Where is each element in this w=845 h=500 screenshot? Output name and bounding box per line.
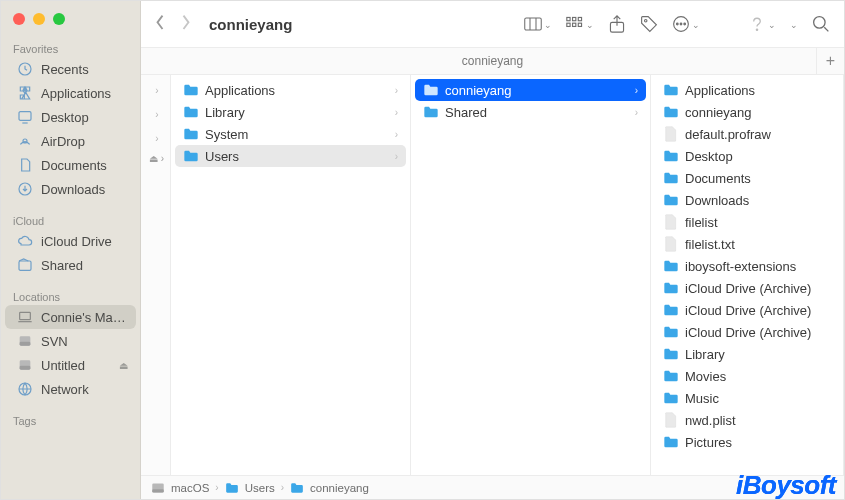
close-window-button[interactable] xyxy=(13,13,25,25)
svg-rect-17 xyxy=(578,23,581,26)
file-row[interactable]: iCloud Drive (Archive) xyxy=(655,299,839,321)
sidebar-item-network[interactable]: Network xyxy=(5,377,136,401)
file-row[interactable]: default.profraw xyxy=(655,123,839,145)
file-label: Pictures xyxy=(685,435,732,450)
svg-point-22 xyxy=(680,23,682,25)
svg-rect-27 xyxy=(152,489,163,492)
path-segment[interactable]: Users xyxy=(245,482,275,494)
view-mode-button[interactable]: ⌄ xyxy=(524,15,552,33)
file-row[interactable]: Applications xyxy=(655,79,839,101)
path-separator: › xyxy=(215,482,218,493)
svg-point-23 xyxy=(684,23,686,25)
file-row[interactable]: Library xyxy=(655,343,839,365)
sidebar-section-title: iCloud xyxy=(1,211,140,229)
tab-bar: connieyang + xyxy=(141,47,844,75)
file-row[interactable]: Pictures xyxy=(655,431,839,453)
group-by-button[interactable]: ⌄ xyxy=(566,15,594,33)
file-label: iCloud Drive (Archive) xyxy=(685,281,811,296)
recents-icon xyxy=(17,61,33,77)
file-icon xyxy=(663,214,679,230)
sidebar-item-downloads[interactable]: Downloads xyxy=(5,177,136,201)
file-row[interactable]: Applications› xyxy=(175,79,406,101)
actions-button[interactable]: ⌄ xyxy=(672,15,700,33)
sidebar-item-airdrop[interactable]: AirDrop xyxy=(5,129,136,153)
file-row[interactable]: connieyang› xyxy=(415,79,646,101)
file-row[interactable]: filelist xyxy=(655,211,839,233)
chevron-down-icon: ⌄ xyxy=(544,20,552,30)
file-row[interactable]: Music xyxy=(655,387,839,409)
file-label: connieyang xyxy=(685,105,752,120)
file-row[interactable]: Users› xyxy=(175,145,406,167)
sidebar-item-shared[interactable]: Shared xyxy=(5,253,136,277)
zoom-window-button[interactable] xyxy=(53,13,65,25)
folder-icon xyxy=(290,481,304,495)
folder-icon xyxy=(663,170,679,186)
column-3: Applicationsconnieyangdefault.profrawDes… xyxy=(651,75,844,475)
tab-title[interactable]: connieyang xyxy=(141,54,844,68)
sidebar-item-icloud-drive[interactable]: iCloud Drive xyxy=(5,229,136,253)
folder-icon xyxy=(663,368,679,384)
file-row[interactable]: connieyang xyxy=(655,101,839,123)
svg-rect-11 xyxy=(525,18,542,30)
file-row[interactable]: Shared› xyxy=(415,101,646,123)
sidebar-item-documents[interactable]: Documents xyxy=(5,153,136,177)
sidebar-section-title: Locations xyxy=(1,287,140,305)
svg-rect-15 xyxy=(567,23,570,26)
help-button[interactable]: ⌄ xyxy=(748,15,776,33)
file-label: Downloads xyxy=(685,193,749,208)
svg-rect-12 xyxy=(567,17,570,20)
file-label: Users xyxy=(205,149,239,164)
file-row[interactable]: Downloads xyxy=(655,189,839,211)
file-row[interactable]: iCloud Drive (Archive) xyxy=(655,277,839,299)
svg-point-25 xyxy=(814,17,825,28)
sidebar-section-title: Favorites xyxy=(1,39,140,57)
file-label: Library xyxy=(205,105,245,120)
chevron-right-icon[interactable]: › xyxy=(148,105,166,123)
sidebar-item-applications[interactable]: Applications xyxy=(5,81,136,105)
sidebar-item-untitled[interactable]: Untitled⏏ xyxy=(5,353,136,377)
folder-icon xyxy=(663,302,679,318)
eject-icon[interactable]: ⏏ xyxy=(119,360,128,371)
sidebar-item-desktop[interactable]: Desktop xyxy=(5,105,136,129)
sidebar-item-recents[interactable]: Recents xyxy=(5,57,136,81)
chevron-down-icon: ⌄ xyxy=(586,20,594,30)
folder-icon xyxy=(663,390,679,406)
folder-icon xyxy=(183,126,199,142)
sidebar-item-label: Untitled xyxy=(41,358,111,373)
folder-icon xyxy=(225,481,239,495)
file-row[interactable]: iCloud Drive (Archive) xyxy=(655,321,839,343)
file-row[interactable]: Documents xyxy=(655,167,839,189)
back-button[interactable] xyxy=(155,14,165,34)
chevron-down-button[interactable]: ⌄ xyxy=(790,19,798,29)
file-label: Desktop xyxy=(685,149,733,164)
path-segment[interactable]: macOS xyxy=(171,482,209,494)
minimize-window-button[interactable] xyxy=(33,13,45,25)
file-row[interactable]: Library› xyxy=(175,101,406,123)
file-row[interactable]: nwd.plist xyxy=(655,409,839,431)
svg-point-19 xyxy=(645,20,647,22)
sidebar-item-label: Recents xyxy=(41,62,128,77)
sidebar-item-label: SVN xyxy=(41,334,128,349)
file-row[interactable]: filelist.txt xyxy=(655,233,839,255)
new-tab-button[interactable]: + xyxy=(816,47,844,75)
main-area: connieyang ⌄ ⌄ xyxy=(141,1,844,499)
svg-rect-7 xyxy=(20,342,31,346)
eject-icon[interactable]: ⏏ › xyxy=(149,153,164,164)
svg-point-21 xyxy=(677,23,679,25)
file-row[interactable]: Movies xyxy=(655,365,839,387)
search-button[interactable] xyxy=(812,15,830,33)
share-button[interactable] xyxy=(608,15,626,33)
file-row[interactable]: iboysoft-extensions xyxy=(655,255,839,277)
sidebar-item-connie-s-ma-[interactable]: Connie's Ma… xyxy=(5,305,136,329)
chevron-right-icon[interactable]: › xyxy=(148,81,166,99)
file-row[interactable]: System› xyxy=(175,123,406,145)
file-label: Movies xyxy=(685,369,726,384)
tags-button[interactable] xyxy=(640,15,658,33)
sidebar-item-svn[interactable]: SVN xyxy=(5,329,136,353)
sidebar-item-label: Network xyxy=(41,382,128,397)
svg-rect-5 xyxy=(20,312,31,319)
chevron-right-icon[interactable]: › xyxy=(148,129,166,147)
path-segment[interactable]: connieyang xyxy=(310,482,369,494)
file-row[interactable]: Desktop xyxy=(655,145,839,167)
forward-button[interactable] xyxy=(181,14,191,34)
